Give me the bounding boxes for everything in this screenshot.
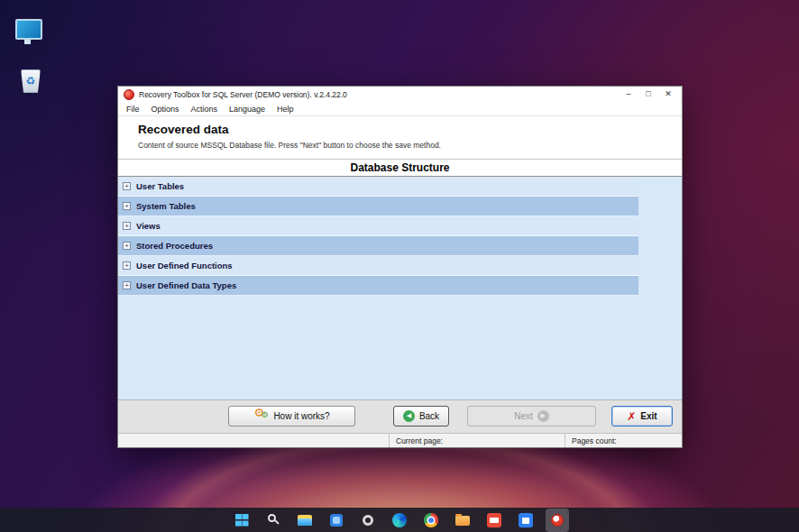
window-titlebar[interactable]: Recovery Toolbox for SQL Server (DEMO ve…	[118, 87, 682, 102]
monitor-icon	[15, 19, 42, 40]
folder-icon[interactable]	[451, 509, 474, 532]
tree-item-label: System Tables	[136, 201, 196, 211]
start-icon[interactable]	[230, 509, 253, 532]
tree-item-label: Views	[136, 221, 161, 231]
expand-icon[interactable]: +	[123, 261, 131, 270]
expand-icon[interactable]: +	[123, 222, 131, 230]
page-header: Recovered data Content of source MSSQL D…	[118, 116, 682, 160]
menu-language[interactable]: Language	[229, 105, 265, 114]
close-button[interactable]: ✕	[658, 87, 678, 101]
edge-icon[interactable]	[388, 509, 411, 532]
mail-icon[interactable]	[482, 509, 506, 532]
expand-icon[interactable]: +	[123, 242, 131, 250]
menu-options[interactable]: Options	[152, 105, 179, 114]
next-label: Next	[514, 411, 533, 421]
back-label: Back	[419, 411, 439, 421]
store-icon[interactable]	[514, 509, 537, 532]
pages-count-label: Pages count:	[565, 434, 682, 447]
back-button[interactable]: ◀ Back	[393, 406, 449, 427]
page-title: Recovered data	[138, 123, 682, 136]
menubar: FileOptionsActionsLanguageHelp	[118, 102, 682, 116]
button-bar: How it works? ◀ Back Next ▶ ✗ Exit	[118, 399, 682, 433]
statusbar: Current page: Pages count:	[118, 433, 682, 447]
desktop-icon-this-pc[interactable]	[7, 9, 51, 49]
tree-item[interactable]: +Views	[118, 216, 638, 236]
how-it-works-label: How it works?	[273, 411, 329, 421]
taskbar-icons	[230, 509, 569, 532]
tree-item[interactable]: +System Tables	[118, 197, 638, 216]
tree-item[interactable]: +User Defined Data Types	[118, 276, 638, 296]
menu-file[interactable]: File	[126, 105, 140, 114]
tree-item-label: User Defined Data Types	[136, 280, 236, 290]
exit-label: Exit	[640, 411, 657, 421]
menu-help[interactable]: Help	[277, 105, 294, 114]
search-icon[interactable]	[262, 509, 285, 532]
expand-icon[interactable]: +	[123, 281, 131, 289]
back-arrow-icon: ◀	[403, 410, 415, 422]
recycle-bin-icon: ♻	[21, 69, 41, 93]
expand-icon[interactable]: +	[123, 182, 131, 190]
taskbar	[0, 508, 799, 532]
window-title: Recovery Toolbox for SQL Server (DEMO ve…	[139, 90, 619, 99]
tree-item[interactable]: +User Defined Functions	[118, 256, 638, 276]
status-spacer	[118, 434, 389, 447]
task-view-icon[interactable]	[325, 509, 348, 532]
menu-actions[interactable]: Actions	[191, 105, 218, 114]
tree-item[interactable]: +User Tables	[118, 177, 638, 197]
next-arrow-icon: ▶	[537, 410, 549, 422]
gears-icon	[253, 409, 269, 423]
next-button[interactable]: Next ▶	[467, 406, 596, 427]
expand-icon[interactable]: +	[123, 202, 131, 210]
section-title: Database Structure	[118, 160, 682, 177]
how-it-works-button[interactable]: How it works?	[228, 406, 355, 427]
app-icon	[124, 89, 134, 100]
chrome-icon[interactable]	[419, 509, 443, 532]
minimize-button[interactable]: –	[619, 87, 638, 101]
file-explorer-icon[interactable]	[293, 509, 317, 532]
settings-icon[interactable]	[356, 509, 380, 532]
exit-button[interactable]: ✗ Exit	[611, 406, 673, 427]
database-structure-tree: +User Tables+System Tables+Views+Stored …	[118, 177, 682, 399]
tree-item[interactable]: +Stored Procedures	[118, 236, 638, 256]
recovery-toolbox-window: Recovery Toolbox for SQL Server (DEMO ve…	[117, 86, 683, 448]
tree-item-label: User Defined Functions	[136, 261, 233, 271]
maximize-button[interactable]: □	[638, 87, 658, 101]
page-subtitle: Content of source MSSQL Database file. P…	[138, 141, 682, 150]
tree-item-label: Stored Procedures	[136, 241, 213, 251]
tree-item-label: User Tables	[136, 181, 184, 191]
recovery-toolbox-icon[interactable]	[546, 509, 569, 532]
window-controls: – □ ✕	[619, 87, 678, 101]
exit-x-icon: ✗	[627, 410, 636, 423]
desktop-icon-recycle-bin[interactable]: ♻	[9, 61, 52, 101]
current-page-label: Current page:	[389, 434, 565, 447]
recycle-symbol-icon: ♻	[26, 75, 36, 87]
